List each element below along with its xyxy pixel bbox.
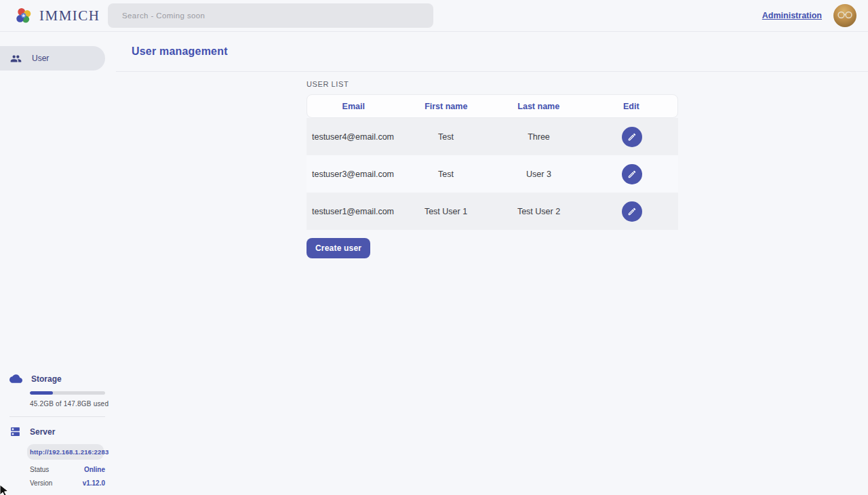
server-version-label: Version (30, 479, 52, 487)
cell-email: testuser4@email.com (307, 132, 399, 142)
sidebar-divider (9, 416, 105, 417)
glasses-icon (837, 11, 853, 19)
cell-last-name: Three (492, 132, 585, 142)
pencil-icon (627, 170, 637, 179)
column-header-last-name: Last name (492, 102, 585, 111)
cell-email: testuser3@email.com (307, 170, 399, 179)
edit-user-button[interactable] (622, 164, 642, 184)
search-input[interactable] (108, 3, 433, 28)
server-url: http://192.168.1.216:2283 (27, 444, 104, 460)
users-icon (10, 53, 22, 64)
sidebar-item-label: User (32, 54, 49, 63)
storage-progress-fill (30, 391, 53, 395)
cell-first-name: Test (399, 132, 492, 142)
server-version-value: v1.12.0 (83, 479, 105, 487)
cloud-icon (9, 372, 22, 385)
brand-name: IMMICH (39, 7, 100, 24)
edit-user-button[interactable] (622, 127, 642, 147)
immich-flower-icon (14, 6, 33, 25)
title-bar: User management (116, 32, 868, 72)
administration-link[interactable]: Administration (762, 11, 822, 20)
sidebar: User Storage 45.2GB of 147.8GB used Serv… (0, 32, 116, 495)
page-title: User management (116, 45, 228, 58)
sidebar-item-user[interactable]: User (0, 46, 105, 71)
storage-usage-text: 45.2GB of 147.8GB used (30, 400, 116, 408)
main-content: User management USER LIST Email First na… (116, 32, 868, 495)
edit-user-button[interactable] (622, 201, 642, 222)
cell-last-name: Test User 2 (492, 207, 585, 216)
table-row: testuser1@email.com Test User 1 Test Use… (307, 193, 678, 230)
mouse-cursor (0, 484, 11, 495)
column-header-first-name: First name (400, 102, 493, 111)
user-list-label: USER LIST (307, 80, 868, 88)
cell-last-name: User 3 (492, 170, 585, 179)
search-bar[interactable] (108, 3, 433, 28)
storage-title: Storage (31, 374, 62, 384)
brand[interactable]: IMMICH (0, 6, 108, 25)
table-header: Email First name Last name Edit (307, 94, 678, 118)
cell-first-name: Test User 1 (399, 207, 492, 216)
pencil-icon (627, 207, 637, 216)
storage-progress-bar (30, 391, 105, 395)
table-row: testuser3@email.com Test User 3 (307, 155, 678, 193)
table-row: testuser4@email.com Test Three (307, 118, 678, 155)
user-table: Email First name Last name Edit testuser… (307, 94, 678, 230)
cell-email: testuser1@email.com (307, 207, 399, 216)
server-icon (9, 426, 21, 437)
sidebar-footer: Storage 45.2GB of 147.8GB used Server ht… (0, 372, 116, 487)
pencil-icon (627, 132, 637, 142)
user-avatar[interactable] (833, 4, 856, 27)
server-status-label: Status (30, 466, 49, 473)
column-header-email: Email (307, 102, 400, 111)
create-user-button[interactable]: Create user (307, 238, 370, 258)
cell-first-name: Test (399, 170, 492, 179)
server-title: Server (30, 427, 55, 437)
column-header-edit: Edit (585, 102, 678, 111)
top-navbar: IMMICH Administration (0, 0, 868, 32)
server-status-value: Online (84, 466, 105, 473)
